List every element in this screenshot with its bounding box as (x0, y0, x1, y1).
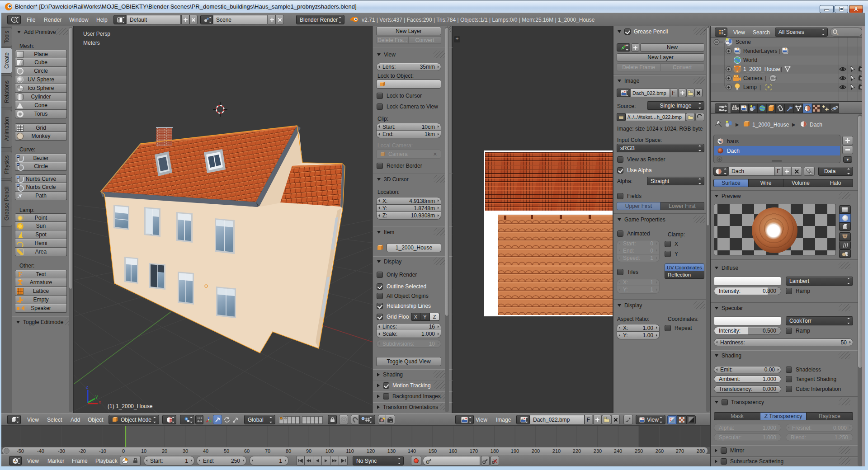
svg-text:70: 70 (265, 448, 270, 454)
svg-text:Camera: Camera (743, 75, 763, 81)
svg-text:|: | (781, 66, 782, 72)
svg-text:170: 170 (470, 448, 478, 454)
svg-text:260: 260 (656, 448, 664, 454)
svg-text:150: 150 (429, 448, 437, 454)
svg-text:80: 80 (286, 448, 291, 454)
svg-text:30: 30 (183, 448, 188, 454)
svg-text:-20: -20 (79, 448, 86, 454)
svg-text:100: 100 (326, 448, 334, 454)
svg-text:240: 240 (614, 448, 622, 454)
svg-text:1_2000_House: 1_2000_House (743, 66, 780, 72)
svg-text:-30: -30 (58, 448, 65, 454)
svg-text:|: | (779, 48, 780, 54)
svg-text:190: 190 (511, 448, 519, 454)
svg-text:World: World (743, 57, 757, 63)
svg-text:Lamp: Lamp (743, 84, 757, 90)
svg-text:z: z (86, 384, 89, 390)
svg-text:160: 160 (449, 448, 457, 454)
svg-text:Meters: Meters (83, 40, 100, 46)
svg-text:40: 40 (203, 448, 208, 454)
svg-text:200: 200 (532, 448, 540, 454)
svg-text:120: 120 (367, 448, 375, 454)
svg-text:10: 10 (141, 448, 146, 454)
svg-text:i: i (14, 18, 15, 22)
svg-text:130: 130 (387, 448, 396, 454)
svg-text:270: 270 (676, 448, 684, 454)
svg-text:x: x (99, 399, 101, 404)
svg-text:RenderLayers: RenderLayers (743, 48, 777, 54)
svg-text:(1) 1_2000_House: (1) 1_2000_House (108, 403, 153, 409)
svg-text:220: 220 (573, 448, 581, 454)
svg-text:|: | (760, 84, 761, 90)
svg-text:250: 250 (635, 448, 643, 454)
svg-text:20: 20 (162, 448, 167, 454)
svg-text:110: 110 (346, 448, 354, 454)
svg-text:y: y (95, 394, 98, 399)
svg-text:User Persp: User Persp (83, 31, 110, 37)
svg-text:60: 60 (244, 448, 250, 454)
svg-text:280: 280 (697, 448, 705, 454)
svg-text:90: 90 (306, 448, 311, 454)
svg-text:0: 0 (122, 448, 125, 454)
svg-text:230: 230 (594, 448, 602, 454)
svg-text:-10: -10 (99, 448, 106, 454)
svg-text:210: 210 (552, 448, 561, 454)
svg-text:|: | (765, 75, 766, 81)
svg-text:-50: -50 (17, 448, 24, 454)
svg-text:50: 50 (224, 448, 229, 454)
svg-text:140: 140 (408, 448, 416, 454)
svg-text:-40: -40 (37, 448, 44, 454)
svg-text:Scene: Scene (736, 39, 751, 45)
svg-text:180: 180 (491, 448, 499, 454)
